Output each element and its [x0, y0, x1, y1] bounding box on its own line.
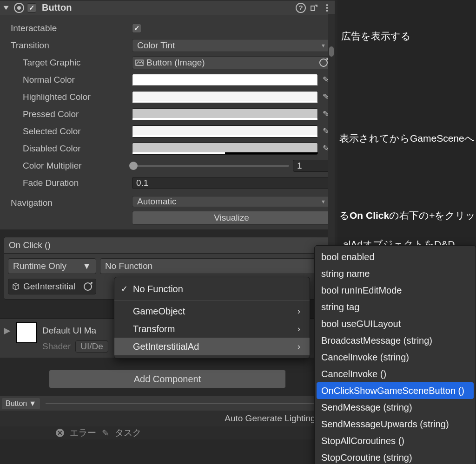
- selected-color-swatch[interactable]: [132, 125, 318, 137]
- submenu-item[interactable]: bool enabled: [315, 248, 476, 265]
- onclick-header: On Click (): [4, 237, 331, 254]
- component-title: Button: [42, 2, 293, 13]
- submenu-item-selected[interactable]: OnClickShowGameSceneButton (): [317, 382, 474, 399]
- fade-duration-field[interactable]: 0.1: [132, 177, 331, 189]
- chevron-right-icon: ›: [298, 324, 300, 334]
- shader-dropdown[interactable]: UI/De: [75, 340, 108, 353]
- console-tabs: ✕ エラー ✎ タスク: [0, 426, 335, 439]
- submenu-item[interactable]: StopAllCoroutines (): [315, 432, 476, 449]
- submenu-item[interactable]: string tag: [315, 299, 476, 315]
- chevron-right-icon: ›: [298, 342, 300, 352]
- highlighted-color-label: Highlighted Color: [11, 92, 129, 102]
- kebab-menu-icon[interactable]: [322, 3, 332, 13]
- task-tab[interactable]: タスク: [115, 427, 141, 439]
- submenu-item[interactable]: bool useGUILayout: [315, 315, 476, 332]
- image-icon: [135, 59, 144, 67]
- material-thumbnail[interactable]: [16, 322, 37, 343]
- normal-color-label: Normal Color: [11, 75, 129, 85]
- target-graphic-field[interactable]: Button (Image): [132, 56, 331, 69]
- function-dropdown[interactable]: No Function▾: [100, 258, 327, 274]
- preset-icon[interactable]: [309, 3, 319, 13]
- foldout-icon[interactable]: [3, 5, 9, 11]
- error-icon: ✕: [56, 429, 64, 437]
- menu-item-getinterstitialad[interactable]: GetInterstitialAd›: [114, 338, 310, 355]
- submenu-item[interactable]: SendMessageUpwards (string): [315, 416, 476, 432]
- selected-color-label: Selected Color: [11, 126, 129, 137]
- add-component-button[interactable]: Add Component: [49, 370, 286, 388]
- disabled-color-label: Disabled Color: [11, 144, 129, 154]
- fade-duration-label: Fade Duration: [11, 178, 129, 188]
- function-submenu[interactable]: bool enabled string name bool runInEditM…: [314, 245, 476, 464]
- navigation-label: Navigation: [11, 196, 129, 208]
- object-picker-icon[interactable]: [319, 59, 328, 67]
- color-multiplier-label: Color Multiplier: [11, 161, 129, 171]
- submenu-item[interactable]: StopCoroutine (string): [315, 449, 476, 464]
- lighting-footer: Auto Generate Lighting Of: [0, 411, 335, 426]
- interactable-checkbox[interactable]: ✓: [132, 24, 141, 33]
- normal-color-swatch[interactable]: [132, 74, 318, 86]
- function-menu[interactable]: ✓ No Function GameObject› Transform› Get…: [114, 277, 310, 359]
- menu-item-gameobject[interactable]: GameObject›: [114, 301, 310, 320]
- menu-item-transform[interactable]: Transform›: [114, 320, 310, 338]
- svg-point-1: [326, 7, 328, 9]
- cube-icon: [12, 283, 20, 290]
- navigation-dropdown[interactable]: Automatic▼: [132, 196, 331, 207]
- inspector-panel: ✓ Button ? Interactable ✓ Transition Col…: [0, 0, 335, 439]
- submenu-item[interactable]: bool runInEditMode: [315, 282, 476, 299]
- svg-point-0: [326, 4, 328, 6]
- interactable-label: Interactable: [11, 23, 129, 33]
- color-multiplier-slider[interactable]: [132, 165, 289, 167]
- menu-item-no-function[interactable]: ✓ No Function: [114, 280, 310, 298]
- color-multiplier-value[interactable]: 1: [293, 160, 331, 172]
- transition-label: Transition: [11, 40, 129, 51]
- foldout-icon[interactable]: ▶: [4, 322, 11, 336]
- transition-dropdown[interactable]: Color Tint▼: [132, 39, 331, 52]
- submenu-item[interactable]: string name: [315, 265, 476, 282]
- visualize-button[interactable]: Visualize: [132, 211, 331, 225]
- material-name: Default UI Ma: [42, 326, 96, 336]
- check-icon: ✓: [121, 284, 128, 294]
- svg-point-2: [326, 10, 328, 12]
- submenu-item[interactable]: BroadcastMessage (string): [315, 332, 476, 349]
- disabled-color-swatch[interactable]: [132, 143, 318, 155]
- help-icon[interactable]: ?: [296, 3, 306, 13]
- asset-labels-bar: Button▼: [0, 396, 335, 411]
- pressed-color-swatch[interactable]: [132, 108, 318, 120]
- highlighted-color-swatch[interactable]: [132, 91, 318, 103]
- event-object-field[interactable]: GetInterstitial: [8, 279, 96, 294]
- component-header[interactable]: ✓ Button ?: [0, 0, 335, 15]
- target-graphic-label: Target Graphic: [11, 58, 129, 68]
- error-tab[interactable]: エラー: [70, 427, 96, 439]
- object-picker-icon[interactable]: [84, 282, 92, 291]
- pressed-color-label: Pressed Color: [11, 109, 129, 119]
- asset-label-dropdown[interactable]: Button▼: [2, 398, 40, 409]
- button-component-icon: [14, 3, 24, 13]
- submenu-item[interactable]: CancelInvoke (): [315, 366, 476, 382]
- runtime-dropdown[interactable]: Runtime Only▼: [8, 258, 96, 274]
- chevron-right-icon: ›: [298, 307, 300, 316]
- component-enabled-checkbox[interactable]: ✓: [27, 3, 36, 13]
- shader-label: Shader: [42, 341, 71, 352]
- submenu-item[interactable]: CancelInvoke (string): [315, 349, 476, 366]
- submenu-item[interactable]: SendMessage (string): [315, 399, 476, 416]
